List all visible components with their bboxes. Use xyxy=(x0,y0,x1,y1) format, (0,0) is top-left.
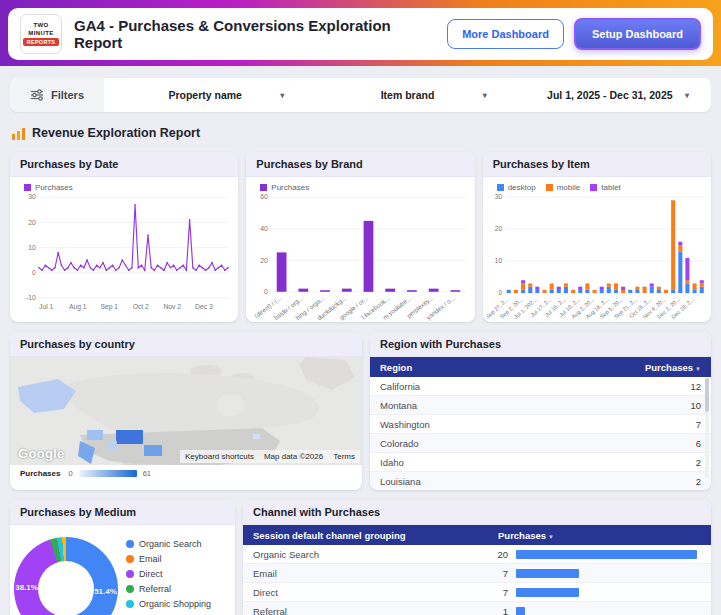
svg-text:20: 20 xyxy=(495,225,503,232)
card-title: Purchases by Brand xyxy=(246,152,474,177)
svg-text:60: 60 xyxy=(260,193,268,200)
chart-legend: desktopmobiletablet xyxy=(487,179,707,192)
channel-table: Organic Search20Email7Direct7Referral1Or… xyxy=(243,545,711,615)
legend-swatch xyxy=(126,585,134,593)
table-row[interactable]: Referral1 xyxy=(243,602,711,615)
sort-desc-icon: ▼ xyxy=(695,366,701,372)
chart-legend: Purchases xyxy=(14,179,234,192)
card-title: Channel with Purchases xyxy=(243,500,711,525)
region-name-cell: Colorado xyxy=(380,438,419,449)
purchases-value-cell: 7 xyxy=(490,587,516,598)
logo-badge: REPORTS xyxy=(23,38,60,46)
more-dashboard-button[interactable]: More Dashboard xyxy=(447,19,564,49)
legend-swatch xyxy=(126,540,134,548)
purchases-value-cell: 2 xyxy=(696,457,701,468)
purchases-by-brand-chart[interactable]: Purchases6040200(direct) / (...baidu / o… xyxy=(246,177,474,322)
legend-min: 0 xyxy=(68,469,72,478)
charts-row: Purchases by Date Purchases3020100-10Jul… xyxy=(10,152,711,322)
table-row[interactable]: Washington7 xyxy=(370,415,711,434)
purchases-by-item-chart[interactable]: desktopmobiletablet3020100Sep 27, 2...Se… xyxy=(483,177,711,321)
table-row[interactable]: Montana10 xyxy=(370,396,711,415)
svg-text:Dec 3: Dec 3 xyxy=(195,303,213,310)
chevron-down-icon: ▾ xyxy=(483,91,487,100)
dashboard-page: TWO MINUTE REPORTS GA4 - Purchases & Con… xyxy=(0,0,721,615)
chevron-down-icon: ▾ xyxy=(280,91,284,100)
date-range-filter[interactable]: Jul 1, 2025 - Dec 31, 2025 ▾ xyxy=(509,78,711,112)
google-maps-logo: Google xyxy=(18,446,65,461)
chart-legend: Purchases xyxy=(250,179,470,192)
svg-text:-10: -10 xyxy=(26,294,36,301)
svg-text:Aug 1: Aug 1 xyxy=(69,303,87,311)
geo-map[interactable]: Google Keyboard shortcuts Map data ©2026… xyxy=(10,357,362,465)
section-header: Revenue Exploration Report xyxy=(12,126,709,140)
purchases-bar[interactable] xyxy=(516,588,579,597)
purchases-value-cell: 7 xyxy=(490,568,516,579)
donut-chart[interactable] xyxy=(14,537,118,615)
table-row[interactable]: Email7 xyxy=(243,564,711,583)
purchases-bar[interactable] xyxy=(516,569,579,578)
svg-text:40: 40 xyxy=(260,225,268,232)
filters-toggle[interactable]: Filters xyxy=(10,78,104,112)
region-name-cell: California xyxy=(380,381,420,392)
region-name-cell: Montana xyxy=(380,400,417,411)
setup-dashboard-button[interactable]: Setup Dashboard xyxy=(574,18,701,50)
purchases-by-medium-card: Purchases by Medium 51.4%38.1% Organic S… xyxy=(10,500,235,615)
scrollbar-thumb[interactable] xyxy=(705,378,709,412)
legend-item: Organic Search xyxy=(126,539,211,549)
column-header-channel[interactable]: Session default channel grouping xyxy=(253,530,498,541)
two-minute-reports-logo: TWO MINUTE REPORTS xyxy=(20,14,62,54)
svg-text:0: 0 xyxy=(32,269,36,276)
legend-label: Purchases xyxy=(20,469,60,478)
column-header-region[interactable]: Region xyxy=(380,362,412,373)
purchases-by-brand-card: Purchases by Brand Purchases6040200(dire… xyxy=(246,152,474,322)
table-row[interactable]: Organic Search20 xyxy=(243,545,711,564)
table-row[interactable]: California12 xyxy=(370,377,711,396)
legend-item: Organic Shopping xyxy=(126,599,211,609)
terms-link[interactable]: Terms xyxy=(333,452,355,461)
color-scale-gradient xyxy=(79,470,137,477)
table-row[interactable]: Idaho2 xyxy=(370,453,711,472)
filter-value: Item brand xyxy=(381,89,435,101)
legend-swatch xyxy=(126,600,134,608)
section-title: Revenue Exploration Report xyxy=(32,126,200,140)
chart-legend: Organic SearchEmailDirectReferralOrganic… xyxy=(126,533,211,615)
bar-track xyxy=(516,569,693,578)
app-header: TWO MINUTE REPORTS GA4 - Purchases & Con… xyxy=(8,8,713,60)
table-scrollbar[interactable] xyxy=(705,378,709,478)
channel-name-cell: Referral xyxy=(253,606,490,615)
purchases-bar[interactable] xyxy=(516,607,525,615)
purchases-by-item-card: Purchases by Item desktopmobiletablet302… xyxy=(483,152,711,322)
property-name-filter[interactable]: Property name ▾ xyxy=(104,78,306,112)
svg-text:Nov 2: Nov 2 xyxy=(163,303,181,310)
purchases-by-date-card: Purchases by Date Purchases3020100-10Jul… xyxy=(10,152,238,322)
legend-max: 61 xyxy=(143,469,151,478)
table-row[interactable]: Direct7 xyxy=(243,583,711,602)
region-name-cell: Louisiana xyxy=(380,476,421,487)
channel-name-cell: Direct xyxy=(253,587,490,598)
svg-text:10: 10 xyxy=(28,244,36,251)
table-row[interactable]: Louisiana2 xyxy=(370,472,711,490)
top-gradient-bar: TWO MINUTE REPORTS GA4 - Purchases & Con… xyxy=(0,0,721,66)
region-name-cell: Washington xyxy=(380,419,430,430)
keyboard-shortcuts-link[interactable]: Keyboard shortcuts xyxy=(185,452,254,461)
column-header-purchases[interactable]: Purchases▼ xyxy=(498,530,701,541)
filters-label: Filters xyxy=(51,89,84,101)
purchases-value-cell: 20 xyxy=(490,549,516,560)
legend-item: Direct xyxy=(126,569,211,579)
legend-label: mobile xyxy=(557,183,581,192)
legend-label: Direct xyxy=(139,569,163,579)
svg-text:Sep 1: Sep 1 xyxy=(100,303,118,311)
channel-with-purchases-card: Channel with Purchases Session default c… xyxy=(243,500,711,615)
table-row[interactable]: Colorado6 xyxy=(370,434,711,453)
column-header-purchases[interactable]: Purchases▼ xyxy=(645,362,701,373)
purchases-by-date-chart[interactable]: Purchases3020100-10Jul 1Aug 1Sep 1Oct 2N… xyxy=(10,177,238,313)
map-data-label: Map data ©2026 xyxy=(264,452,323,461)
purchases-value-cell: 12 xyxy=(690,381,701,392)
purchases-by-medium-donut[interactable]: 51.4%38.1% xyxy=(12,533,122,615)
map-color-legend: Purchases 0 61 xyxy=(10,465,362,482)
purchases-bar[interactable] xyxy=(516,550,697,559)
bar-chart-icon xyxy=(12,127,25,140)
purchases-by-country-card: Purchases by country xyxy=(10,332,362,490)
bar-track xyxy=(516,550,697,559)
item-brand-filter[interactable]: Item brand ▾ xyxy=(306,78,508,112)
